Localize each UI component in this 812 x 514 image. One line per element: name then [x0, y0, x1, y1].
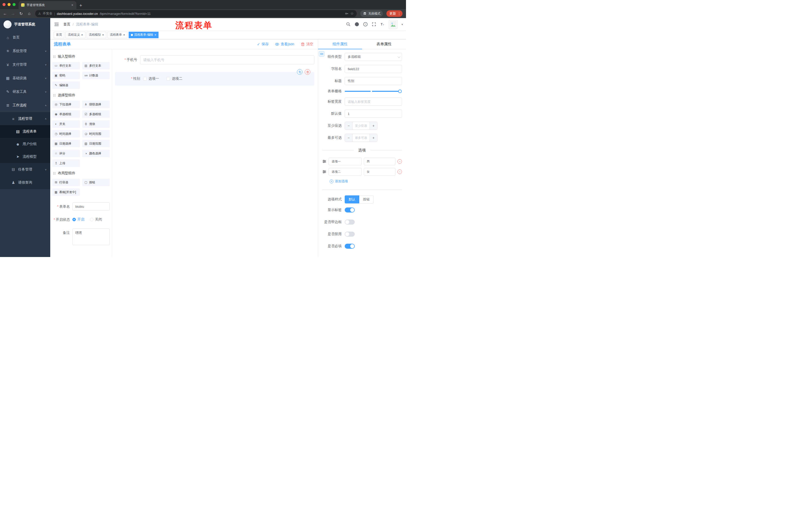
palette-item[interactable]: ☆ 评分 [52, 150, 80, 157]
sidebar-item[interactable]: ✎ 研发工具 ∨ [0, 85, 50, 99]
option-value-input[interactable] [364, 158, 396, 165]
option-name-input[interactable] [329, 158, 362, 165]
palette-item[interactable]: ☑ 多选框组 [82, 110, 110, 118]
palette-item[interactable]: 123 计数器 [82, 72, 110, 79]
tab-form-props[interactable]: 表单属性 [362, 39, 406, 49]
palette-item[interactable]: ◷ 时间选择 [52, 130, 80, 138]
min-select-input[interactable] [352, 122, 370, 130]
remark-textarea[interactable]: 嘿嘿 [72, 228, 110, 245]
tab-component-props[interactable]: 组件属性 [318, 39, 362, 49]
disabled-switch[interactable] [345, 232, 355, 237]
required-switch[interactable] [345, 244, 355, 249]
back-button[interactable]: ← [1, 10, 8, 17]
sidebar-item[interactable]: ⊟ 任务管理 ∨ [0, 163, 50, 176]
sidebar-item[interactable]: ▦ 基础设施 ∨ [0, 72, 50, 85]
fullscreen-icon[interactable] [372, 22, 376, 27]
link-icon[interactable] [319, 51, 324, 57]
palette-item[interactable]: ◐ 开关 [52, 120, 80, 128]
tag[interactable]: 流程表单 × [108, 32, 127, 38]
palette-item[interactable]: ◎ 下拉选择 [52, 101, 80, 108]
palette-item[interactable]: ⋔ 级联选择 [82, 101, 110, 108]
option-drag-icon[interactable] [322, 159, 327, 164]
reload-button[interactable]: ↻ [18, 10, 25, 17]
tag[interactable]: 流程定义 × [65, 32, 85, 38]
palette-item[interactable]: ▢ 按钮 [82, 179, 110, 186]
gender-option-2[interactable]: 选项二 [167, 77, 182, 81]
decrease-button[interactable]: − [345, 122, 352, 130]
tag-close-icon[interactable]: × [154, 33, 156, 36]
tag[interactable]: 流程模型 × [87, 32, 107, 38]
close-window-button[interactable] [2, 3, 5, 6]
sidebar-item[interactable]: ¥ 支付管理 ∨ [0, 58, 50, 72]
gender-option-1[interactable]: 选项一 [143, 77, 159, 81]
label-width-input[interactable] [345, 98, 402, 106]
default-value-input[interactable] [345, 110, 402, 118]
key-icon[interactable] [345, 11, 349, 16]
palette-item[interactable]: ◶ 时间范围 [82, 130, 110, 138]
new-tab-button[interactable]: + [79, 3, 82, 8]
view-json-button[interactable]: 查看json [275, 42, 294, 47]
fold-sidebar-icon[interactable] [54, 22, 59, 27]
palette-item[interactable]: ◉ 单选框组 [52, 110, 80, 118]
palette-item[interactable]: ▧ 日期范围 [82, 140, 110, 147]
sidebar-item[interactable]: ≡ 流程管理 ∧ [0, 112, 50, 125]
style-button-button[interactable]: 按钮 [359, 195, 374, 204]
palette-item[interactable]: ▭ 单行文本 [52, 62, 80, 70]
component-type-select[interactable] [345, 53, 402, 61]
increase-button[interactable]: + [370, 122, 377, 130]
bookmark-star-icon[interactable]: ☆ [350, 11, 354, 16]
option-value-input[interactable] [364, 168, 396, 175]
tag-close-icon[interactable]: × [123, 33, 125, 36]
minimize-window-button[interactable] [7, 3, 10, 6]
home-button[interactable]: ⌂ [26, 10, 33, 17]
sidebar-item[interactable]: ➤ 流程模型 [0, 151, 50, 163]
increase-button[interactable]: + [370, 134, 377, 141]
status-radio-off[interactable]: 关闭 [90, 217, 102, 222]
status-radio-on[interactable]: 开启 [72, 217, 84, 222]
search-icon[interactable] [346, 22, 351, 27]
field-name-input[interactable] [345, 65, 402, 73]
browser-tab[interactable]: 芋道管理系统 × [19, 1, 76, 9]
phone-input[interactable] [140, 55, 314, 64]
show-label-switch[interactable] [345, 208, 355, 213]
clear-button[interactable]: 清空 [301, 42, 313, 47]
remove-option-button[interactable]: − [398, 169, 402, 174]
user-avatar[interactable] [389, 20, 398, 29]
copy-field-button[interactable] [297, 69, 302, 75]
decrease-button[interactable]: − [345, 134, 352, 141]
address-bar[interactable]: ⚠ 不安全 | dashboard.yudao.iocoder.cn/bpm/m… [35, 10, 357, 17]
form-name-input[interactable] [72, 202, 110, 211]
sidebar-item[interactable]: ⌂ 首页 [0, 31, 50, 44]
palette-item[interactable]: ▣ 密码 [52, 72, 80, 79]
palette-item[interactable]: ⊞ 行容器 [52, 179, 80, 186]
sidebar-item[interactable]: ✳ 系统管理 ∨ [0, 44, 50, 58]
browser-update-button[interactable]: 更新 ⋮ [386, 10, 403, 17]
palette-item[interactable]: ▩ 表格[开发中] [52, 188, 80, 196]
grid-slider[interactable] [345, 91, 400, 92]
palette-item[interactable]: ✎ 编辑器 [52, 81, 80, 89]
palette-item[interactable]: ◑ 颜色选择 [82, 150, 110, 157]
help-icon[interactable]: ? [363, 22, 368, 27]
component-type-value[interactable] [345, 53, 402, 61]
tag[interactable]: 流程表单-编辑 × [128, 32, 159, 38]
sidebar-item[interactable]: ♟ 请假查询 [0, 176, 50, 189]
sidebar-logo[interactable]: 芋道管理系统 [0, 18, 50, 31]
sidebar-item[interactable]: ☻ 用户分组 [0, 138, 50, 151]
remove-option-button[interactable]: − [398, 159, 402, 164]
tab-close-icon[interactable]: × [71, 3, 74, 7]
sidebar-item[interactable]: ≣ 工作流程 ∧ [0, 99, 50, 112]
palette-item[interactable]: ┿ 滑块 [82, 120, 110, 128]
style-default-button[interactable]: 默认 [345, 195, 359, 204]
delete-field-button[interactable] [305, 69, 310, 75]
add-option-button[interactable]: + 添加选项 [330, 179, 402, 184]
browser-menu-icon[interactable]: ⋮ [398, 11, 401, 16]
tag[interactable]: 首页 [54, 32, 64, 38]
option-name-input[interactable] [329, 168, 362, 175]
font-size-icon[interactable]: TT [380, 22, 385, 27]
palette-item[interactable]: ▤ 多行文本 [82, 62, 110, 70]
slider-handle[interactable] [398, 89, 402, 93]
breadcrumb-home[interactable]: 首页 [63, 22, 70, 27]
tag-close-icon[interactable]: × [102, 33, 104, 36]
title-input[interactable] [345, 77, 402, 85]
forward-button[interactable]: → [9, 10, 17, 17]
